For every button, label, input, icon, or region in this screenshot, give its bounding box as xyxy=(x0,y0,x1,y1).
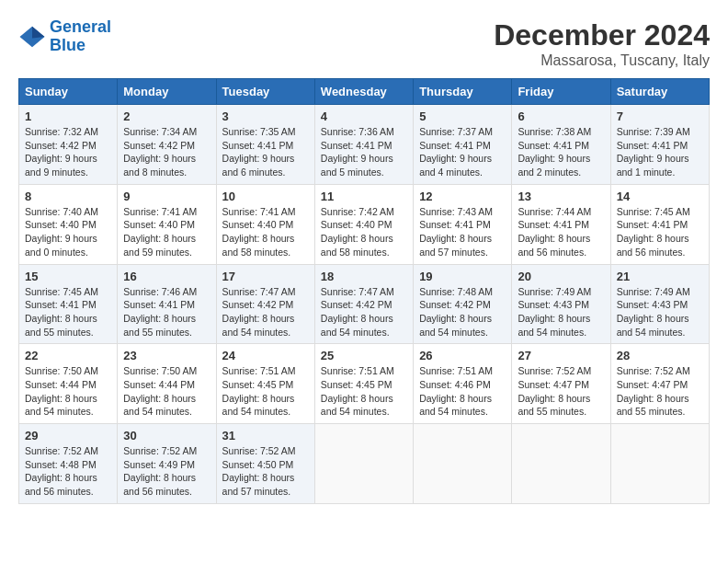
day-number: 23 xyxy=(123,349,210,362)
day-detail: Sunrise: 7:35 AM Sunset: 4:41 PM Dayligh… xyxy=(222,125,309,179)
week-row-3: 15 Sunrise: 7:45 AM Sunset: 4:41 PM Dayl… xyxy=(19,264,710,344)
day-detail: Sunrise: 7:40 AM Sunset: 4:40 PM Dayligh… xyxy=(25,205,111,259)
day-detail: Sunrise: 7:46 AM Sunset: 4:41 PM Dayligh… xyxy=(123,285,210,339)
day-number: 20 xyxy=(518,270,604,283)
day-number: 18 xyxy=(321,270,407,283)
calendar-cell: 21 Sunrise: 7:49 AM Sunset: 4:43 PM Dayl… xyxy=(610,264,709,344)
calendar-cell xyxy=(314,424,413,504)
day-detail: Sunrise: 7:32 AM Sunset: 4:42 PM Dayligh… xyxy=(25,125,111,179)
day-number: 5 xyxy=(419,109,506,123)
calendar-cell: 28 Sunrise: 7:52 AM Sunset: 4:47 PM Dayl… xyxy=(610,344,709,424)
logo-blue: Blue xyxy=(50,36,85,54)
day-number: 26 xyxy=(419,349,506,362)
day-number: 17 xyxy=(222,270,309,283)
calendar-cell: 31 Sunrise: 7:52 AM Sunset: 4:50 PM Dayl… xyxy=(216,424,314,504)
calendar-cell: 16 Sunrise: 7:46 AM Sunset: 4:41 PM Dayl… xyxy=(118,264,216,344)
svg-marker-1 xyxy=(32,27,45,39)
day-number: 12 xyxy=(419,190,506,203)
day-number: 10 xyxy=(222,190,309,203)
calendar-cell: 9 Sunrise: 7:41 AM Sunset: 4:40 PM Dayli… xyxy=(118,184,216,264)
day-number: 7 xyxy=(617,109,703,123)
calendar-cell: 5 Sunrise: 7:37 AM Sunset: 4:41 PM Dayli… xyxy=(414,105,512,185)
calendar-cell: 10 Sunrise: 7:41 AM Sunset: 4:40 PM Dayl… xyxy=(216,184,314,264)
day-detail: Sunrise: 7:39 AM Sunset: 4:41 PM Dayligh… xyxy=(617,125,703,179)
day-number: 31 xyxy=(222,429,309,442)
calendar-cell xyxy=(414,424,512,504)
day-detail: Sunrise: 7:37 AM Sunset: 4:41 PM Dayligh… xyxy=(419,125,506,179)
day-detail: Sunrise: 7:49 AM Sunset: 4:43 PM Dayligh… xyxy=(518,285,604,339)
day-detail: Sunrise: 7:45 AM Sunset: 4:41 PM Dayligh… xyxy=(25,285,111,339)
day-detail: Sunrise: 7:52 AM Sunset: 4:47 PM Dayligh… xyxy=(617,364,703,419)
calendar-cell: 17 Sunrise: 7:47 AM Sunset: 4:42 PM Dayl… xyxy=(216,264,314,344)
day-number: 8 xyxy=(25,190,111,203)
day-detail: Sunrise: 7:51 AM Sunset: 4:45 PM Dayligh… xyxy=(222,364,309,419)
location: Massarosa, Tuscany, Italy xyxy=(494,52,710,69)
day-detail: Sunrise: 7:51 AM Sunset: 4:46 PM Dayligh… xyxy=(419,364,506,419)
day-number: 30 xyxy=(123,429,210,442)
calendar-cell: 13 Sunrise: 7:44 AM Sunset: 4:41 PM Dayl… xyxy=(512,184,610,264)
day-number: 21 xyxy=(617,270,703,283)
calendar-cell: 24 Sunrise: 7:51 AM Sunset: 4:45 PM Dayl… xyxy=(216,344,314,424)
week-row-4: 22 Sunrise: 7:50 AM Sunset: 4:44 PM Dayl… xyxy=(19,344,710,424)
calendar-cell: 27 Sunrise: 7:52 AM Sunset: 4:47 PM Dayl… xyxy=(512,344,610,424)
week-row-2: 8 Sunrise: 7:40 AM Sunset: 4:40 PM Dayli… xyxy=(19,184,710,264)
calendar-cell: 6 Sunrise: 7:38 AM Sunset: 4:41 PM Dayli… xyxy=(512,105,610,185)
day-detail: Sunrise: 7:52 AM Sunset: 4:47 PM Dayligh… xyxy=(518,364,604,419)
day-detail: Sunrise: 7:42 AM Sunset: 4:40 PM Dayligh… xyxy=(321,205,407,259)
week-row-1: 1 Sunrise: 7:32 AM Sunset: 4:42 PM Dayli… xyxy=(19,105,710,185)
day-detail: Sunrise: 7:38 AM Sunset: 4:41 PM Dayligh… xyxy=(518,125,604,179)
calendar-cell: 22 Sunrise: 7:50 AM Sunset: 4:44 PM Dayl… xyxy=(19,344,118,424)
col-wednesday: Wednesday xyxy=(314,79,413,105)
calendar-header-row: Sunday Monday Tuesday Wednesday Thursday… xyxy=(19,79,710,105)
day-detail: Sunrise: 7:41 AM Sunset: 4:40 PM Dayligh… xyxy=(222,205,309,259)
col-tuesday: Tuesday xyxy=(216,79,314,105)
day-number: 13 xyxy=(518,190,604,203)
calendar-cell xyxy=(512,424,610,504)
day-detail: Sunrise: 7:49 AM Sunset: 4:43 PM Dayligh… xyxy=(617,285,703,339)
day-detail: Sunrise: 7:47 AM Sunset: 4:42 PM Dayligh… xyxy=(222,285,309,339)
day-detail: Sunrise: 7:45 AM Sunset: 4:41 PM Dayligh… xyxy=(617,205,703,259)
calendar-cell: 19 Sunrise: 7:48 AM Sunset: 4:42 PM Dayl… xyxy=(414,264,512,344)
day-detail: Sunrise: 7:50 AM Sunset: 4:44 PM Dayligh… xyxy=(25,364,111,419)
calendar-cell: 1 Sunrise: 7:32 AM Sunset: 4:42 PM Dayli… xyxy=(19,105,118,185)
day-number: 14 xyxy=(617,190,703,203)
calendar-cell: 7 Sunrise: 7:39 AM Sunset: 4:41 PM Dayli… xyxy=(610,105,709,185)
col-sunday: Sunday xyxy=(19,79,118,105)
day-number: 6 xyxy=(518,109,604,123)
calendar-table: Sunday Monday Tuesday Wednesday Thursday… xyxy=(18,78,710,504)
col-saturday: Saturday xyxy=(610,79,709,105)
page-header: General Blue December 2024 Massarosa, Tu… xyxy=(18,18,710,69)
calendar-cell: 4 Sunrise: 7:36 AM Sunset: 4:41 PM Dayli… xyxy=(314,105,413,185)
calendar-cell: 8 Sunrise: 7:40 AM Sunset: 4:40 PM Dayli… xyxy=(19,184,118,264)
day-detail: Sunrise: 7:52 AM Sunset: 4:50 PM Dayligh… xyxy=(222,444,309,499)
day-number: 25 xyxy=(321,349,407,362)
col-monday: Monday xyxy=(118,79,216,105)
day-number: 11 xyxy=(321,190,407,203)
calendar-cell: 29 Sunrise: 7:52 AM Sunset: 4:48 PM Dayl… xyxy=(19,424,118,504)
day-number: 22 xyxy=(25,349,111,362)
day-number: 15 xyxy=(25,270,111,283)
logo: General Blue xyxy=(18,18,111,55)
day-number: 1 xyxy=(25,109,111,123)
day-detail: Sunrise: 7:52 AM Sunset: 4:49 PM Dayligh… xyxy=(123,444,210,499)
calendar-cell: 15 Sunrise: 7:45 AM Sunset: 4:41 PM Dayl… xyxy=(19,264,118,344)
calendar-cell: 30 Sunrise: 7:52 AM Sunset: 4:49 PM Dayl… xyxy=(118,424,216,504)
title-block: December 2024 Massarosa, Tuscany, Italy xyxy=(494,18,710,69)
calendar-cell: 20 Sunrise: 7:49 AM Sunset: 4:43 PM Dayl… xyxy=(512,264,610,344)
day-number: 27 xyxy=(518,349,604,362)
calendar-cell: 25 Sunrise: 7:51 AM Sunset: 4:45 PM Dayl… xyxy=(314,344,413,424)
day-number: 3 xyxy=(222,109,309,123)
logo-icon xyxy=(18,23,46,51)
col-friday: Friday xyxy=(512,79,610,105)
day-detail: Sunrise: 7:44 AM Sunset: 4:41 PM Dayligh… xyxy=(518,205,604,259)
day-detail: Sunrise: 7:36 AM Sunset: 4:41 PM Dayligh… xyxy=(321,125,407,179)
calendar-cell: 14 Sunrise: 7:45 AM Sunset: 4:41 PM Dayl… xyxy=(610,184,709,264)
logo-general: General xyxy=(50,17,111,36)
day-number: 9 xyxy=(123,190,210,203)
day-number: 19 xyxy=(419,270,506,283)
day-number: 2 xyxy=(123,109,210,123)
calendar-cell xyxy=(610,424,709,504)
day-detail: Sunrise: 7:50 AM Sunset: 4:44 PM Dayligh… xyxy=(123,364,210,419)
calendar-cell: 23 Sunrise: 7:50 AM Sunset: 4:44 PM Dayl… xyxy=(118,344,216,424)
day-number: 4 xyxy=(321,109,407,123)
